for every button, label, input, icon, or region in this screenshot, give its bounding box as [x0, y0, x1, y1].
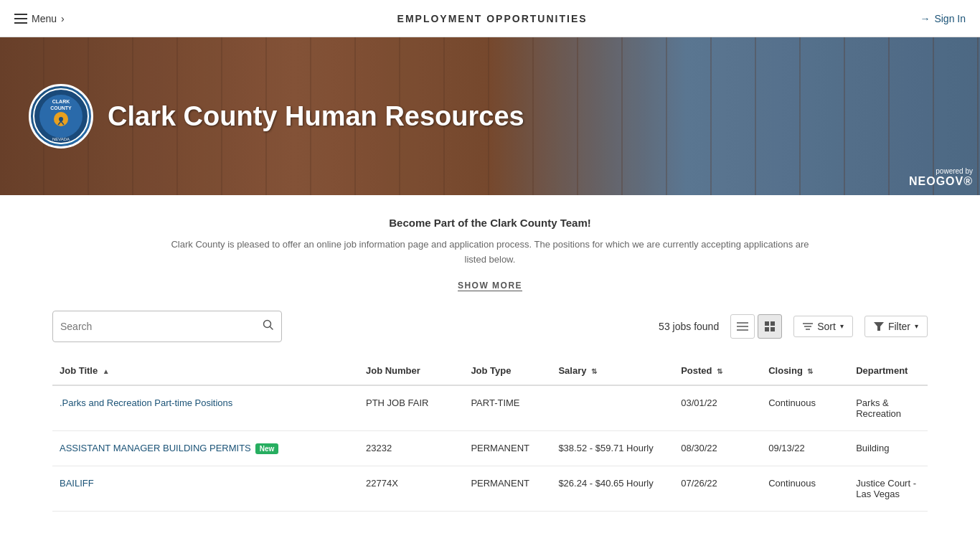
- sort-label: Sort: [817, 321, 836, 332]
- sort-icon: [803, 322, 813, 331]
- grid-view-icon: [765, 321, 775, 331]
- sign-in-label: Sign In: [934, 13, 966, 24]
- grid-view-button[interactable]: [758, 314, 782, 339]
- table-row: ASSISTANT MANAGER BUILDING PERMITSNew232…: [52, 430, 928, 466]
- jobs-table: Job Title ▲ Job Number Job Type Salary ⇅…: [52, 357, 928, 512]
- view-toggles: [730, 314, 782, 339]
- salary-sort-arrows: ⇅: [591, 367, 597, 375]
- page-title: EMPLOYMENT OPPORTUNITIES: [397, 13, 588, 24]
- filter-button[interactable]: Filter ▾: [864, 316, 928, 337]
- logo-inner: CLARK COUNTY NEVADA: [32, 88, 90, 145]
- closing-cell: 09/13/22: [761, 430, 849, 466]
- list-view-button[interactable]: [730, 314, 755, 339]
- col-header-jobnumber: Job Number: [359, 357, 463, 385]
- hamburger-icon: [14, 14, 27, 24]
- powered-by-label: powered by NEOGOV®: [909, 167, 973, 188]
- department-cell: Building: [849, 430, 928, 466]
- closing-sort-arrows: ⇅: [807, 367, 813, 375]
- svg-text:COUNTY: COUNTY: [50, 105, 72, 110]
- sign-in-icon: →: [920, 13, 930, 24]
- svg-text:CLARK: CLARK: [52, 99, 70, 104]
- job-type-cell: PERMANENT: [463, 430, 551, 466]
- hero-content: CLARK COUNTY NEVADA Clark County Human R…: [0, 84, 524, 149]
- salary-cell: [551, 385, 674, 431]
- table-header: Job Title ▲ Job Number Job Type Salary ⇅…: [52, 357, 928, 385]
- neogov-brand: NEOGOV®: [909, 175, 973, 188]
- job-number-cell: 23232: [359, 430, 463, 466]
- table-row: BAILIFF22774XPERMANENT$26.24 - $40.65 Ho…: [52, 466, 928, 511]
- svg-line-12: [270, 326, 273, 329]
- job-type-cell: PART-TIME: [463, 385, 551, 431]
- jobtitle-sort-arrows: ▲: [103, 367, 110, 375]
- top-nav: Menu › EMPLOYMENT OPPORTUNITIES → Sign I…: [0, 0, 980, 37]
- svg-text:NEVADA: NEVADA: [52, 137, 70, 141]
- closing-cell: Continuous: [761, 385, 849, 431]
- col-header-department: Department: [849, 357, 928, 385]
- filter-label: Filter: [888, 321, 910, 332]
- logo-svg: CLARK COUNTY NEVADA: [32, 88, 90, 145]
- search-row: 53 jobs found: [52, 311, 928, 342]
- jobs-count: 53 jobs found: [659, 321, 719, 332]
- col-header-posted[interactable]: Posted ⇅: [674, 357, 761, 385]
- table-body: .Parks and Recreation Part-time Position…: [52, 385, 928, 512]
- search-box: [52, 311, 282, 342]
- menu-button[interactable]: Menu ›: [14, 13, 65, 24]
- search-input[interactable]: [60, 321, 263, 332]
- sort-caret: ▾: [840, 322, 844, 330]
- hero-title: Clark County Human Resources: [108, 101, 524, 132]
- sort-button[interactable]: Sort ▾: [793, 316, 853, 337]
- department-cell: Justice Court - Las Vegas: [849, 466, 928, 511]
- description-text: Clark County is pleased to offer an onli…: [167, 237, 813, 268]
- col-header-jobtype: Job Type: [463, 357, 551, 385]
- tagline-text: Become Part of the Clark County Team!: [52, 217, 928, 229]
- new-badge: New: [255, 443, 279, 454]
- filter-icon: [874, 322, 884, 331]
- posted-sort-arrows: ⇅: [717, 367, 722, 375]
- show-more-link[interactable]: SHOW MORE: [458, 281, 522, 291]
- closing-cell: Continuous: [761, 466, 849, 511]
- job-number-cell: PTH JOB FAIR: [359, 385, 463, 431]
- posted-cell: 07/26/22: [674, 466, 761, 511]
- list-view-icon: [737, 321, 748, 331]
- job-title-link[interactable]: .Parks and Recreation Part-time Position…: [60, 397, 232, 408]
- salary-cell: $26.24 - $40.65 Hourly: [551, 466, 674, 511]
- search-controls: 53 jobs found: [659, 314, 928, 339]
- breadcrumb-arrow: ›: [61, 13, 65, 24]
- sign-in-button[interactable]: → Sign In: [920, 13, 966, 24]
- main-content: Become Part of the Clark County Team! Cl…: [38, 195, 942, 512]
- job-title-link[interactable]: ASSISTANT MANAGER BUILDING PERMITS: [60, 443, 251, 453]
- col-header-salary[interactable]: Salary ⇅: [551, 357, 674, 385]
- department-cell: Parks & Recreation: [849, 385, 928, 431]
- job-type-cell: PERMANENT: [463, 466, 551, 511]
- svg-rect-17: [771, 321, 775, 326]
- salary-cell: $38.52 - $59.71 Hourly: [551, 430, 674, 466]
- col-header-jobtitle[interactable]: Job Title ▲: [52, 357, 359, 385]
- tagline-section: Become Part of the Clark County Team!: [52, 217, 928, 229]
- svg-rect-16: [765, 321, 769, 326]
- search-icon: [263, 319, 274, 331]
- job-number-cell: 22774X: [359, 466, 463, 511]
- org-logo: CLARK COUNTY NEVADA: [29, 84, 93, 149]
- filter-caret: ▾: [915, 322, 918, 330]
- show-more-section: SHOW MORE: [52, 279, 928, 291]
- menu-label: Menu: [32, 13, 57, 24]
- posted-cell: 03/01/22: [674, 385, 761, 431]
- col-header-closing[interactable]: Closing ⇅: [761, 357, 849, 385]
- table-row: .Parks and Recreation Part-time Position…: [52, 385, 928, 431]
- search-button[interactable]: [263, 319, 274, 334]
- posted-cell: 08/30/22: [674, 430, 761, 466]
- svg-rect-18: [765, 327, 769, 331]
- svg-marker-23: [874, 322, 884, 331]
- job-title-link[interactable]: BAILIFF: [60, 478, 94, 489]
- svg-rect-19: [771, 327, 775, 331]
- hero-banner: CLARK COUNTY NEVADA Clark County Human R…: [0, 37, 980, 195]
